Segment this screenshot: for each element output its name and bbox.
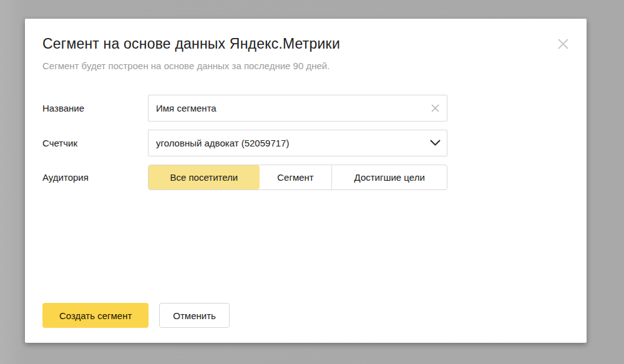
audience-segmented-control: Все посетители Сегмент Достигшие цели: [148, 165, 447, 190]
modal-overlay: Сегмент на основе данных Яндекс.Метрики …: [0, 0, 624, 364]
segment-form: Название Счетчик угол: [42, 95, 447, 198]
name-control: [148, 95, 447, 122]
audience-option-label: Достигшие цели: [354, 172, 425, 183]
clear-x-icon: [431, 103, 440, 113]
audience-control: Все посетители Сегмент Достигшие цели: [148, 165, 447, 190]
clear-input-button[interactable]: [429, 102, 441, 115]
close-button[interactable]: [555, 36, 570, 51]
segment-dialog: Сегмент на основе данных Яндекс.Метрики …: [25, 19, 587, 343]
counter-row: Счетчик уголовный адвокат (52059717): [42, 130, 447, 156]
counter-select[interactable]: уголовный адвокат (52059717): [148, 130, 447, 156]
dialog-footer: Создать сегмент Отменить: [42, 303, 230, 328]
audience-label: Аудитория: [42, 172, 148, 183]
create-segment-button[interactable]: Создать сегмент: [42, 303, 149, 328]
name-label: Название: [42, 103, 148, 113]
name-row: Название: [42, 95, 447, 122]
cancel-button[interactable]: Отменить: [159, 303, 230, 328]
audience-option-segment[interactable]: Сегмент: [260, 165, 332, 189]
close-icon: [557, 38, 569, 50]
chevron-down-icon: [429, 137, 441, 150]
counter-control: уголовный адвокат (52059717): [148, 130, 447, 156]
audience-option-goal-reached[interactable]: Достигшие цели: [331, 165, 447, 189]
counter-label: Счетчик: [42, 138, 148, 148]
audience-row: Аудитория Все посетители Сегмент Достигш…: [42, 165, 447, 190]
audience-option-label: Все посетители: [170, 172, 238, 183]
segment-name-input[interactable]: [148, 95, 447, 122]
audience-option-all-visitors[interactable]: Все посетители: [149, 165, 260, 189]
dialog-title: Сегмент на основе данных Яндекс.Метрики: [42, 36, 340, 52]
counter-select-value: уголовный адвокат (52059717): [156, 138, 289, 148]
audience-option-label: Сегмент: [277, 172, 313, 183]
dialog-subtitle: Сегмент будет построен на основе данных …: [42, 60, 329, 71]
